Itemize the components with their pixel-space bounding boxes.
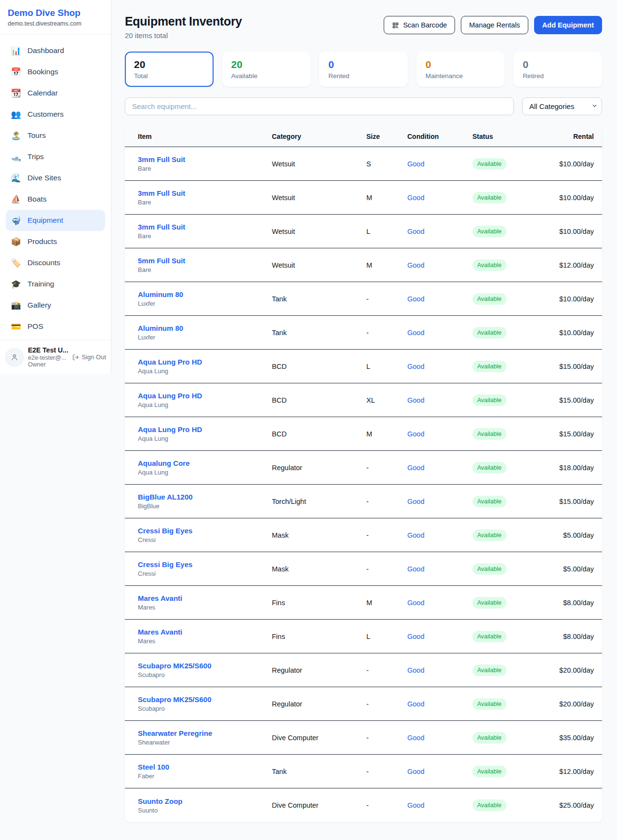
item-cell: Mares AvantiMares — [138, 628, 272, 645]
item-brand: BigBlue — [138, 502, 272, 510]
stat-card-rented[interactable]: 0Rented — [319, 52, 408, 87]
manage-rentals-button[interactable]: Manage Rentals — [461, 16, 528, 34]
item-name-link[interactable]: Aluminum 80 — [138, 290, 272, 298]
status-badge: Available — [472, 496, 507, 507]
item-cell: Scubapro MK25/S600Scubapro — [138, 662, 272, 678]
stat-card-total[interactable]: 20Total — [125, 52, 214, 87]
status-badge: Available — [472, 428, 507, 440]
item-name-link[interactable]: Cressi Big Eyes — [138, 527, 272, 535]
rental-cell: $18.00/day — [557, 464, 594, 472]
table-row: 3mm Full SuitBareWetsuitLGoodAvailable$1… — [125, 215, 602, 248]
search-input[interactable] — [125, 97, 514, 115]
sidebar-item-boats[interactable]: ⛵Boats — [6, 189, 105, 210]
scan-barcode-button[interactable]: Scan Barcode — [384, 16, 455, 34]
stat-label: Rented — [328, 72, 399, 80]
item-name-link[interactable]: Scubapro MK25/S600 — [138, 662, 272, 670]
condition-link[interactable]: Good — [407, 768, 472, 775]
item-name-link[interactable]: Scubapro MK25/S600 — [138, 695, 272, 704]
items-total-count: 20 items total — [125, 31, 242, 40]
category-cell: Mask — [272, 531, 366, 539]
gallery-icon: 📸 — [11, 300, 21, 311]
item-cell: BigBlue AL1200BigBlue — [138, 493, 272, 510]
sidebar-item-training[interactable]: 🎓Training — [6, 273, 105, 295]
shop-logo[interactable]: Demo Dive Shop — [8, 8, 103, 18]
condition-link[interactable]: Good — [407, 430, 472, 438]
condition-link[interactable]: Good — [407, 329, 472, 337]
condition-link[interactable]: Good — [407, 160, 472, 168]
condition-link[interactable]: Good — [407, 666, 472, 674]
item-brand: Aqua Lung — [138, 469, 272, 476]
category-cell: BCD — [272, 363, 366, 370]
item-cell: Shearwater PeregrineShearwater — [138, 729, 272, 746]
condition-link[interactable]: Good — [407, 464, 472, 472]
table-row: Scubapro MK25/S600ScubaproRegulator-Good… — [125, 687, 602, 721]
item-name-link[interactable]: Aqua Lung Pro HD — [138, 358, 272, 366]
condition-link[interactable]: Good — [407, 531, 472, 539]
item-name-link[interactable]: Suunto Zoop — [138, 797, 272, 805]
size-cell: L — [366, 228, 407, 235]
item-name-link[interactable]: 5mm Full Suit — [138, 257, 272, 265]
scan-barcode-label: Scan Barcode — [403, 21, 447, 29]
sidebar-item-equipment[interactable]: 🤿Equipment — [6, 210, 105, 231]
category-cell: BCD — [272, 396, 366, 404]
condition-link[interactable]: Good — [407, 228, 472, 235]
sidebar-item-pos[interactable]: 💳POS — [6, 316, 105, 337]
condition-link[interactable]: Good — [407, 599, 472, 607]
status-cell: Available — [472, 631, 557, 642]
sidebar-item-trips[interactable]: 🛥️Trips — [6, 146, 105, 167]
condition-link[interactable]: Good — [407, 295, 472, 303]
item-name-link[interactable]: Aqua Lung Pro HD — [138, 425, 272, 434]
stat-card-maintenance[interactable]: 0Maintenance — [416, 52, 505, 87]
add-equipment-label: Add Equipment — [542, 21, 594, 29]
item-name-link[interactable]: Shearwater Peregrine — [138, 729, 272, 737]
table-row: Cressi Big EyesCressiMask-GoodAvailable$… — [125, 518, 602, 552]
item-name-link[interactable]: Steel 100 — [138, 763, 272, 771]
stat-card-retired[interactable]: 0Retired — [513, 52, 602, 87]
pos-icon: 💳 — [11, 322, 21, 332]
add-equipment-button[interactable]: Add Equipment — [534, 16, 602, 34]
item-name-link[interactable]: Mares Avanti — [138, 594, 272, 602]
condition-link[interactable]: Good — [407, 261, 472, 269]
item-name-link[interactable]: Aluminum 80 — [138, 324, 272, 332]
condition-link[interactable]: Good — [407, 396, 472, 404]
item-name-link[interactable]: 3mm Full Suit — [138, 155, 272, 163]
sidebar-item-dive-sites[interactable]: 🌊Dive Sites — [6, 167, 105, 189]
condition-link[interactable]: Good — [407, 700, 472, 708]
item-name-link[interactable]: BigBlue AL1200 — [138, 493, 272, 501]
size-cell: S — [366, 160, 407, 168]
sign-out-button[interactable]: Sign Out — [72, 353, 106, 361]
condition-link[interactable]: Good — [407, 498, 472, 505]
sidebar-item-calendar[interactable]: 📆Calendar — [6, 82, 105, 104]
column-header-size: Size — [366, 133, 407, 140]
sidebar-item-products[interactable]: 📦Products — [6, 231, 105, 252]
item-name-link[interactable]: Aqua Lung Pro HD — [138, 392, 272, 400]
condition-link[interactable]: Good — [407, 363, 472, 370]
sidebar-item-discounts[interactable]: 🏷️Discounts — [6, 252, 105, 273]
item-name-link[interactable]: 3mm Full Suit — [138, 223, 272, 231]
size-cell: - — [366, 734, 407, 742]
sidebar-item-customers[interactable]: 👥Customers — [6, 104, 105, 125]
calendar-icon: 📆 — [11, 88, 21, 98]
item-name-link[interactable]: Aqualung Core — [138, 459, 272, 467]
condition-link[interactable]: Good — [407, 565, 472, 573]
user-email: e2e-tester@... — [28, 354, 68, 361]
stat-card-available[interactable]: 20Available — [222, 52, 311, 87]
status-badge: Available — [472, 698, 507, 710]
status-cell: Available — [472, 563, 557, 575]
sidebar-item-dashboard[interactable]: 📊Dashboard — [6, 40, 105, 61]
condition-link[interactable]: Good — [407, 734, 472, 742]
training-icon: 🎓 — [11, 279, 21, 289]
category-select[interactable]: All Categories — [522, 97, 602, 115]
status-cell: Available — [472, 428, 557, 440]
sidebar-item-gallery[interactable]: 📸Gallery — [6, 295, 105, 316]
item-name-link[interactable]: 3mm Full Suit — [138, 189, 272, 197]
status-cell: Available — [472, 394, 557, 406]
condition-link[interactable]: Good — [407, 801, 472, 809]
sidebar-item-bookings[interactable]: 📅Bookings — [6, 61, 105, 82]
item-name-link[interactable]: Mares Avanti — [138, 628, 272, 636]
condition-link[interactable]: Good — [407, 194, 472, 202]
item-name-link[interactable]: Cressi Big Eyes — [138, 560, 272, 569]
condition-link[interactable]: Good — [407, 633, 472, 640]
sidebar-item-tours[interactable]: 🏝️Tours — [6, 125, 105, 146]
item-cell: 5mm Full SuitBare — [138, 257, 272, 273]
